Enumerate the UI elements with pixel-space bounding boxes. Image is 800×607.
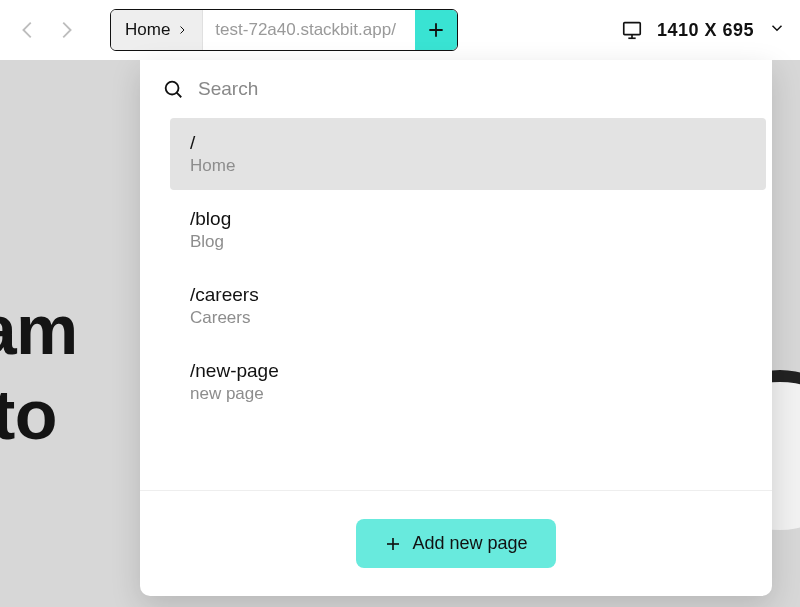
- svg-rect-2: [624, 23, 641, 35]
- page-item[interactable]: /new-pagenew page: [170, 346, 766, 418]
- breadcrumb-home[interactable]: Home: [111, 10, 203, 50]
- page-title: Careers: [190, 308, 748, 328]
- plus-icon: [384, 535, 402, 553]
- plus-icon: [426, 20, 446, 40]
- add-new-page-button[interactable]: Add new page: [356, 519, 555, 568]
- dropdown-footer: Add new page: [140, 490, 772, 596]
- page-path: /new-page: [190, 360, 748, 382]
- page-item[interactable]: /blogBlog: [170, 194, 766, 266]
- url-path[interactable]: test-72a40.stackbit.app/: [203, 20, 415, 40]
- add-new-page-label: Add new page: [412, 533, 527, 554]
- svg-point-5: [166, 82, 179, 95]
- page-path: /: [190, 132, 748, 154]
- page-list-scroll[interactable]: /Home/blogBlog/careersCareers/new-pagene…: [170, 118, 772, 490]
- page-item[interactable]: /Home: [170, 118, 766, 190]
- page-path: /blog: [190, 208, 748, 230]
- page-list: /Home/blogBlog/careersCareers/new-pagene…: [140, 118, 772, 490]
- forward-arrow-icon: [55, 19, 77, 41]
- page-path: /careers: [190, 284, 748, 306]
- url-box: Home test-72a40.stackbit.app/: [110, 9, 458, 51]
- page-title: new page: [190, 384, 748, 404]
- search-input[interactable]: [198, 78, 750, 100]
- breadcrumb-label: Home: [125, 20, 170, 40]
- chevron-down-icon: [768, 19, 786, 37]
- page-picker-dropdown: /Home/blogBlog/careersCareers/new-pagene…: [140, 60, 772, 596]
- chevron-right-icon: [176, 24, 188, 36]
- topbar: Home test-72a40.stackbit.app/ 1410 X 695: [0, 0, 800, 60]
- viewport-chevron: [768, 19, 786, 41]
- back-button[interactable]: [14, 16, 42, 44]
- search-icon: [162, 78, 184, 100]
- search-row: [140, 60, 772, 118]
- svg-line-6: [177, 93, 182, 98]
- page-item[interactable]: /careersCareers: [170, 270, 766, 342]
- viewport-size-label: 1410 X 695: [657, 20, 754, 41]
- viewport-selector[interactable]: 1410 X 695: [621, 19, 786, 41]
- desktop-icon: [621, 19, 643, 41]
- bg-hero-text: A team one to: [0, 288, 78, 459]
- add-page-toolbar-button[interactable]: [415, 10, 457, 50]
- back-arrow-icon: [17, 19, 39, 41]
- forward-button[interactable]: [52, 16, 80, 44]
- page-title: Blog: [190, 232, 748, 252]
- page-title: Home: [190, 156, 748, 176]
